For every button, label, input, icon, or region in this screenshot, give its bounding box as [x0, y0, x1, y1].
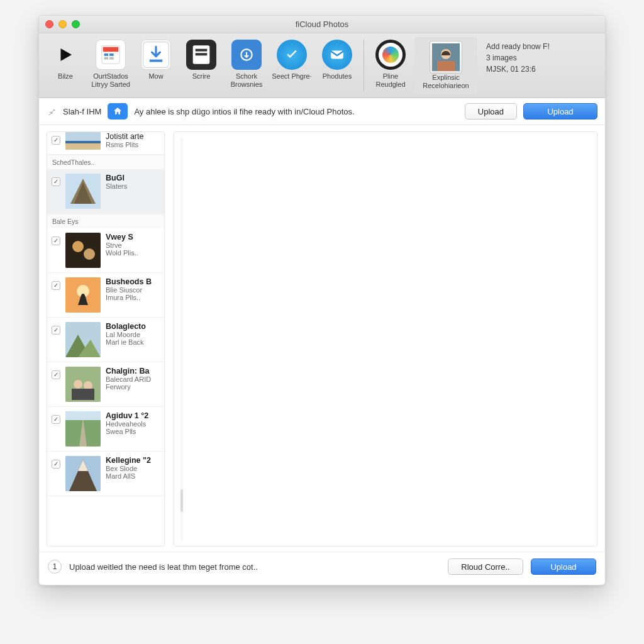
thumbnail: [65, 456, 101, 491]
toolbar-play[interactable]: Bilze: [44, 37, 87, 92]
dark-app-icon: [186, 40, 216, 70]
list-item-title: Jotistit arte: [106, 132, 160, 141]
list-item-meta: Chalgin: BaBalecard ARIDFerwory: [106, 367, 160, 391]
sidebar-section-header: Bale Eys: [47, 214, 164, 228]
download-frame-icon: [141, 40, 171, 70]
svg-rect-16: [65, 143, 101, 150]
list-item[interactable]: BuGlSlaters: [47, 169, 164, 214]
list-item-sub1: Strve: [106, 242, 160, 249]
window-title: fiCloud Photos: [296, 19, 349, 29]
svg-point-30: [74, 380, 82, 389]
list-item-title: Vwey S: [106, 233, 160, 242]
checkbox[interactable]: [52, 177, 60, 186]
sidebar[interactable]: Jotistit arteRsms PlitsSchedThales..BuGl…: [47, 131, 165, 547]
list-item-sub1: Lal Moorde: [106, 331, 160, 338]
svg-rect-3: [109, 53, 114, 56]
footer-primary-button[interactable]: Upload: [531, 558, 596, 575]
thumbnail: [65, 367, 101, 402]
checkbox[interactable]: [52, 460, 60, 469]
home-icon: [113, 106, 123, 116]
thumbnail: [65, 174, 101, 209]
close-window-button[interactable]: [45, 20, 53, 28]
infobar-upload-secondary-button[interactable]: Upload: [465, 103, 517, 119]
list-item-sub2: Ferwory: [106, 383, 160, 391]
toolbar-explain[interactable]: Explinsic Recelohiarieon: [414, 37, 477, 94]
list-item-title: BuGl: [106, 174, 160, 182]
svg-rect-5: [109, 57, 114, 60]
infobar: Slah-f IHM Ay ahlee is shp dügo intios i…: [39, 98, 605, 125]
svg-rect-7: [150, 60, 162, 62]
svg-rect-4: [104, 57, 109, 60]
thumbnail: [65, 277, 101, 313]
minimize-window-button[interactable]: [58, 20, 67, 28]
checkbox[interactable]: [52, 236, 60, 245]
zoom-window-button[interactable]: [72, 20, 80, 28]
list-item-sub2: Wold Plis..: [106, 249, 160, 257]
checkbox[interactable]: [52, 415, 60, 424]
toolbar-separator: [364, 40, 364, 91]
svg-rect-35: [65, 411, 101, 420]
infobar-upload-primary-button[interactable]: Upload: [523, 103, 597, 119]
list-item[interactable]: Kellegine "2Bex SlodeMard AllS: [47, 452, 164, 496]
checkbox[interactable]: [52, 326, 60, 335]
svg-rect-2: [104, 53, 109, 56]
status-line-2: 3 images: [486, 52, 596, 64]
titlebar: fiCloud Photos: [39, 16, 605, 33]
toolbar-scrire[interactable]: Scrire: [180, 37, 223, 92]
checkbox[interactable]: [52, 136, 60, 145]
list-item-title: Kellegine "2: [106, 456, 160, 465]
list-item-meta: Kellegine "2Bex SlodeMard AllS: [106, 456, 160, 480]
status-line-1: Add ready bnow F!: [486, 41, 596, 52]
svg-point-22: [72, 241, 84, 252]
list-item[interactable]: Agiduv 1 °2HedveaheolsSwea Plls: [47, 407, 164, 452]
list-item-sub2: Marl ie Back: [106, 338, 160, 346]
toolbar-label: Pline Reudgled: [370, 72, 411, 90]
pin-icon: [47, 106, 57, 116]
thumbnail: [65, 132, 101, 150]
list-item[interactable]: Busheods BBlie SiuscorImura Plls..: [47, 273, 164, 318]
list-item-title: Agiduv 1 °2: [106, 411, 160, 420]
toolbar-label: Phodutes: [323, 72, 352, 90]
toolbar-browse[interactable]: Schork Browsnies: [225, 37, 268, 92]
toolbar-phodutes[interactable]: Phodutes: [316, 37, 358, 92]
svg-rect-32: [72, 389, 94, 400]
toolbar-select[interactable]: Seect Phgre·: [270, 37, 313, 92]
checkbox[interactable]: [52, 281, 60, 290]
check-circle-icon: [277, 40, 307, 70]
list-item[interactable]: Vwey SStrveWold Plis..: [47, 228, 164, 273]
list-item-sub1: Slaters: [106, 182, 160, 190]
list-item[interactable]: Jotistit arteRsms Plits: [47, 132, 164, 155]
svg-rect-21: [65, 233, 101, 268]
toolbar-label: Schork Browsnies: [226, 72, 267, 90]
toolbar-label: Explinsic Recelohiarieon: [416, 74, 476, 91]
main-scrollbar[interactable]: [180, 137, 183, 541]
list-item[interactable]: BolaglectoLal MoordeMarl ie Back: [47, 318, 164, 362]
thumbnail: [65, 411, 101, 447]
list-item-title: Chalgin: Ba: [106, 367, 160, 375]
window-traffic-lights: [45, 20, 80, 28]
list-item-sub1: Bex Slode: [106, 465, 160, 472]
sidebar-section-header: SchedThales..: [47, 155, 164, 169]
footer: 1 Upload weitled the need is leat thm te…: [39, 552, 605, 585]
list-item[interactable]: Chalgin: BaBalecard ARIDFerwory: [47, 362, 164, 407]
scrollbar-thumb[interactable]: [180, 489, 183, 512]
list-item-sub2: Imura Plls..: [106, 294, 160, 301]
mail-circle-icon: [322, 40, 352, 70]
status-line-3: MJSK, 01 23:6: [486, 64, 596, 75]
calendar-tile-icon: [96, 40, 126, 70]
toolbar-status: Add ready bnow F! 3 images MJSK, 01 23:6: [480, 37, 600, 75]
footer-secondary-button[interactable]: Rloud Corre..: [448, 558, 523, 575]
toolbar-label: Scrire: [192, 72, 211, 90]
checkbox[interactable]: [52, 370, 60, 379]
list-item-title: Busheods B: [106, 277, 160, 286]
list-item-meta: Vwey SStrveWold Plis..: [106, 233, 160, 257]
svg-point-23: [84, 248, 95, 260]
list-item-sub1: Rsms Plits: [106, 141, 160, 148]
toolbar-pline[interactable]: Pline Reudgled: [369, 37, 412, 92]
svg-rect-17: [65, 141, 101, 143]
toolbar-label: OurtStados Litryy Sarted: [91, 72, 131, 90]
toolbar-mow[interactable]: Mow: [135, 37, 177, 92]
home-button[interactable]: [108, 103, 128, 119]
list-item-meta: BolaglectoLal MoordeMarl ie Back: [106, 322, 160, 346]
toolbar-library[interactable]: OurtStados Litryy Sarted: [89, 37, 132, 92]
